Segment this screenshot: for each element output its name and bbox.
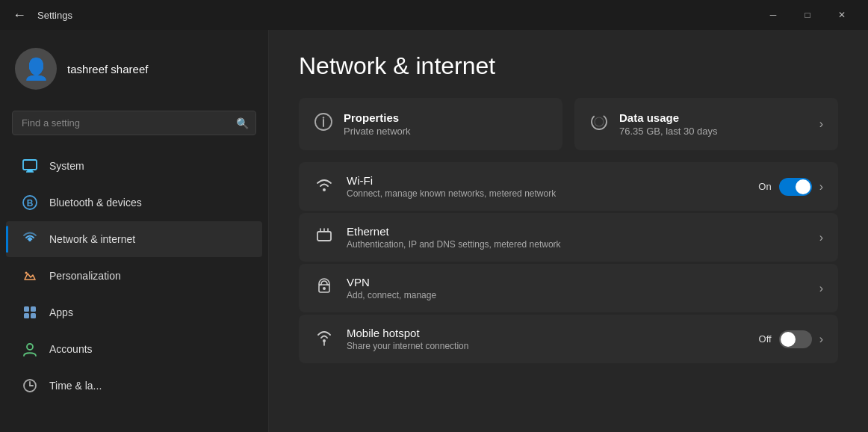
svg-point-18 xyxy=(592,114,607,129)
sidebar-item-bluetooth[interactable]: B Bluetooth & devices xyxy=(6,185,262,220)
svg-rect-8 xyxy=(31,306,36,312)
vpn-right: › xyxy=(819,282,823,295)
properties-icon xyxy=(314,112,333,136)
time-icon xyxy=(21,377,39,395)
wifi-title: Wi-Fi xyxy=(347,174,746,187)
data-usage-subtitle: 76.35 GB, last 30 days xyxy=(619,126,809,137)
svg-rect-10 xyxy=(31,313,36,318)
avatar-icon: 👤 xyxy=(23,57,49,81)
hotspot-toggle[interactable] xyxy=(779,330,812,348)
svg-point-19 xyxy=(595,117,604,126)
sidebar-item-apps-label: Apps xyxy=(49,306,73,318)
hotspot-title: Mobile hotspot xyxy=(347,327,747,339)
svg-point-6 xyxy=(25,272,28,274)
hotspot-subtitle: Share your internet connection xyxy=(347,341,747,351)
svg-point-20 xyxy=(323,188,326,191)
ethernet-row[interactable]: Ethernet Authentication, IP and DNS sett… xyxy=(299,213,838,262)
wifi-right: On › xyxy=(758,178,823,196)
data-usage-title: Data usage xyxy=(619,111,809,124)
minimize-button[interactable]: ─ xyxy=(756,0,790,30)
wifi-icon xyxy=(314,175,335,199)
title-bar: ← Settings ─ □ ✕ xyxy=(0,0,868,30)
hotspot-row[interactable]: Mobile hotspot Share your internet conne… xyxy=(299,315,838,363)
back-button[interactable]: ← xyxy=(9,4,30,25)
title-bar-left: ← Settings xyxy=(9,4,756,25)
properties-subtitle: Private network xyxy=(344,126,548,137)
search-box: 🔍 xyxy=(12,111,256,135)
svg-rect-9 xyxy=(24,313,29,318)
hotspot-content: Mobile hotspot Share your internet conne… xyxy=(347,327,747,351)
main-layout: 👤 tashreef shareef 🔍 xyxy=(0,30,868,432)
ethernet-subtitle: Authentication, IP and DNS settings, met… xyxy=(347,239,807,250)
properties-title: Properties xyxy=(344,111,548,124)
ethernet-right: › xyxy=(819,231,823,244)
user-name: tashreef shareef xyxy=(67,63,148,75)
maximize-button[interactable]: □ xyxy=(790,0,825,30)
vpn-subtitle: Add, connect, manage xyxy=(347,290,807,300)
data-usage-content: Data usage 76.35 GB, last 30 days xyxy=(619,111,809,137)
data-usage-card[interactable]: Data usage 76.35 GB, last 30 days › xyxy=(574,98,838,150)
sidebar-item-accounts-label: Accounts xyxy=(49,343,93,355)
nav-items: System B Bluetooth & devices xyxy=(0,147,268,432)
svg-rect-7 xyxy=(24,306,29,312)
wifi-row[interactable]: Wi-Fi Connect, manage known networks, me… xyxy=(299,162,838,211)
svg-point-27 xyxy=(323,287,326,290)
data-usage-icon xyxy=(589,112,609,136)
personalization-icon xyxy=(21,267,39,285)
user-profile[interactable]: 👤 tashreef shareef xyxy=(0,30,268,105)
avatar: 👤 xyxy=(15,48,57,90)
main-content: Network & internet Properties Private ne… xyxy=(269,30,868,432)
apps-icon xyxy=(21,303,39,321)
vpn-row[interactable]: VPN Add, connect, manage › xyxy=(299,264,838,312)
svg-point-11 xyxy=(27,344,33,350)
vpn-icon xyxy=(314,277,335,300)
sidebar-item-accounts[interactable]: Accounts xyxy=(6,331,262,367)
settings-window: ← Settings ─ □ ✕ 👤 tashreef shareef 🔍 xyxy=(0,0,868,432)
sidebar-item-network-label: Network & internet xyxy=(49,233,135,245)
vpn-title: VPN xyxy=(347,276,807,288)
hotspot-chevron: › xyxy=(819,333,823,346)
properties-card[interactable]: Properties Private network xyxy=(299,98,562,150)
vpn-chevron: › xyxy=(819,282,823,295)
title-bar-controls: ─ □ ✕ xyxy=(756,0,859,30)
hotspot-right: Off › xyxy=(759,330,823,348)
wifi-content: Wi-Fi Connect, manage known networks, me… xyxy=(347,174,746,199)
wifi-toggle[interactable] xyxy=(779,178,812,196)
sidebar-item-time[interactable]: Time & la... xyxy=(6,368,262,404)
svg-point-17 xyxy=(323,117,324,118)
sidebar-item-network[interactable]: Network & internet xyxy=(6,221,262,257)
search-input[interactable] xyxy=(12,111,256,135)
settings-list: Wi-Fi Connect, manage known networks, me… xyxy=(299,162,838,363)
accounts-icon xyxy=(21,340,39,358)
top-cards: Properties Private network Data usage 76… xyxy=(299,98,838,150)
properties-content: Properties Private network xyxy=(344,111,548,137)
search-icon: 🔍 xyxy=(236,117,249,129)
network-icon xyxy=(21,230,39,248)
system-icon xyxy=(21,157,39,175)
hotspot-toggle-label: Off xyxy=(759,333,772,345)
ethernet-title: Ethernet xyxy=(347,225,807,238)
ethernet-icon xyxy=(314,226,335,250)
sidebar-item-personalization-label: Personalization xyxy=(49,270,121,282)
ethernet-content: Ethernet Authentication, IP and DNS sett… xyxy=(347,225,807,250)
bluetooth-icon: B xyxy=(21,194,39,212)
sidebar-item-bluetooth-label: Bluetooth & devices xyxy=(49,197,142,209)
hotspot-toggle-thumb xyxy=(781,332,796,347)
sidebar-item-system[interactable]: System xyxy=(6,148,262,184)
hotspot-icon xyxy=(314,327,335,351)
ethernet-chevron: › xyxy=(819,231,823,244)
window-title: Settings xyxy=(37,10,72,21)
svg-rect-0 xyxy=(23,160,37,170)
sidebar-item-system-label: System xyxy=(49,160,84,172)
data-usage-chevron: › xyxy=(819,117,823,131)
page-title: Network & internet xyxy=(299,52,838,80)
sidebar-item-personalization[interactable]: Personalization xyxy=(6,258,262,294)
vpn-content: VPN Add, connect, manage xyxy=(347,276,807,300)
svg-text:B: B xyxy=(27,198,34,209)
close-button[interactable]: ✕ xyxy=(825,0,859,30)
wifi-toggle-thumb xyxy=(796,179,810,194)
wifi-subtitle: Connect, manage known networks, metered … xyxy=(347,188,746,199)
sidebar-item-apps[interactable]: Apps xyxy=(6,294,262,330)
svg-rect-21 xyxy=(317,232,331,241)
wifi-chevron: › xyxy=(819,180,823,194)
